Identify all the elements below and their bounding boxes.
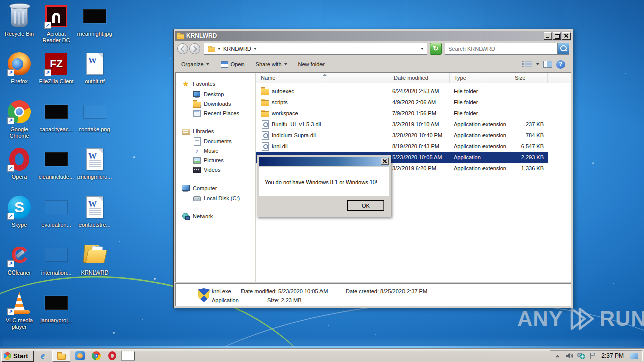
forward-button[interactable] [189,43,200,54]
start-button[interactable]: Start [1,351,33,361]
icon-label: Acrobat Reader DC [37,31,75,44]
file-row-krnl-dll[interactable]: krnl.dll8/19/2020 8:43 PMApplication ext… [256,141,548,152]
taskbar-media-player[interactable] [73,350,87,362]
icon-label: Google Chrome [0,126,38,139]
file-type: Application extension [450,143,510,149]
shortcut-arrow-icon: ↗ [7,69,14,76]
desktop-icon-pricingmicro[interactable]: Wpricingmicro... [75,146,114,180]
nav-group-favorites[interactable]: ★Favorites [176,79,255,89]
desktop-icon-meannight-jpg[interactable]: meannight.jpg [75,3,114,37]
view-dropdown-icon[interactable] [536,63,539,65]
column-header-type[interactable]: Type [450,73,510,83]
media-player-icon [75,351,85,360]
nav-label: Local Disk (C:) [204,195,240,201]
show-desktop-icon[interactable] [630,353,638,359]
search-input[interactable] [445,46,557,52]
nav-group-network[interactable]: Network [176,211,255,221]
desktop-icon-vlc-media-player[interactable]: ↗VLC media player [0,290,38,330]
network-status-icon[interactable] [577,352,585,359]
chevron-down-icon[interactable] [254,48,257,50]
desktop-icon-filezilla-client[interactable]: FZ↗FileZilla Client [37,51,75,85]
desktop-icon-google-chrome[interactable]: ↗Google Chrome [0,99,38,139]
address-history-dropdown-icon[interactable] [421,48,424,50]
desktop-icon-contactstre[interactable]: Wcontactstre... [75,194,114,228]
volume-icon[interactable] [565,352,573,359]
address-bar[interactable]: KRNLWRD [204,43,427,55]
desktop-icon-krnlwrd[interactable]: KRNLWRD [75,242,114,276]
nav-item-downloads[interactable]: ↓Downloads [176,99,255,108]
help-button[interactable] [556,60,565,69]
taskbar-chrome[interactable] [90,350,103,362]
file-type: File folder [450,110,510,116]
close-button[interactable] [562,32,570,39]
nav-item-videos[interactable]: Videos [176,165,255,174]
change-view-button[interactable] [522,61,532,68]
desktop-icon-outhit-rtf[interactable]: Wouthit.rtf [75,51,114,85]
toolbar-organize[interactable]: Organize [181,61,209,67]
toolbar-new-folder[interactable]: New folder [298,61,325,67]
desktop-icon-opera[interactable]: ↗Opera [0,146,38,180]
maximize-button[interactable] [553,32,561,39]
details-date-modified: Date modified: 5/23/2020 10:05 AM [241,288,328,294]
nav-item-desktop[interactable]: Desktop [176,89,255,99]
chrome-icon [92,351,101,360]
desktop-icon-januaryproj[interactable]: januaryproj... [37,290,75,324]
ok-button[interactable]: OK [347,200,384,211]
toolbar-label: Share with [256,61,282,67]
file-row-indicium-supra-dll[interactable]: Indicium-Supra.dll3/28/2020 10:40 PMAppl… [256,130,548,141]
column-header-size[interactable]: Size [510,73,548,83]
nav-group-libraries[interactable]: Libraries [176,126,255,136]
minimize-button[interactable] [544,32,552,39]
nav-item-documents[interactable]: Documents [176,136,255,146]
column-header-filler [548,73,571,83]
column-header-name[interactable]: Name [256,73,389,83]
taskbar-internet-explorer[interactable]: e [36,350,49,362]
desktop-icon-firefox[interactable]: ↗Firefox [0,51,38,85]
file-row-bunifu-ui-v1-5-3-dll[interactable]: Bunifu_UI_v1.5.3.dll3/2/2019 10:10 AMApp… [256,119,548,130]
nav-item-music[interactable]: ♪Music [176,146,255,155]
file-type: Application extension [450,165,510,171]
desktop-icon-internation[interactable]: internation... [37,242,75,276]
nav-label: Favorites [193,81,215,87]
desktop-icon-evaluation[interactable]: evaluation... [37,194,75,228]
shortcut-arrow-icon: ↗ [44,22,51,29]
dialog-titlebar[interactable] [259,157,389,166]
nav-item-pictures[interactable]: Pictures [176,155,255,165]
desktop-icon-cleaninclude[interactable]: cleaninclude... [37,146,75,180]
clock[interactable]: 2:37 PM [599,352,626,359]
window-titlebar[interactable]: KRNLWRD [175,31,571,41]
desktop-icon-acrobat-reader-dc[interactable]: ↗Acrobat Reader DC [37,3,75,44]
nav-item-local-disk-c[interactable]: Local Disk (C:) [176,193,255,203]
details-size: Size: 2.23 MB [267,297,301,303]
desktop-icon-ccleaner[interactable]: C↗CCleaner [0,242,38,276]
nav-item-recent-places[interactable]: Recent Places [176,108,255,118]
toolbar-open[interactable]: Open [220,60,245,68]
refresh-icon[interactable] [430,43,442,55]
desktop-icon-recycle-bin[interactable]: Recycle Bin [0,3,38,37]
file-type: Application [450,154,510,160]
file-row-scripts[interactable]: scripts4/9/2020 2:06 AMFile folder [256,97,548,108]
chevron-down-icon[interactable] [218,48,221,50]
file-row-autoexec[interactable]: autoexec6/24/2020 2:53 AMFile folder [256,85,548,97]
toolbar-share-with[interactable]: Share with [256,61,287,67]
icon-label: VLC media player [0,317,38,330]
nav-group-computer[interactable]: Computer [176,183,255,193]
preview-pane-button[interactable] [543,61,552,68]
column-header-date-modified[interactable]: Date modified [389,73,450,83]
taskbar-opera[interactable] [106,350,119,362]
show-hidden-icons[interactable] [554,353,561,359]
action-center-icon[interactable] [589,352,595,359]
file-name: workspace [272,110,298,116]
desktop-icon-skype[interactable]: S↗Skype [0,194,38,228]
taskbar-open-window[interactable] [122,350,135,362]
taskbar-windows-explorer[interactable] [52,350,70,362]
search-icon[interactable] [557,43,569,54]
window-title: KRNLWRD [186,32,541,39]
file-name: Bunifu_UI_v1.5.3.dll [272,121,321,127]
dialog-close-button[interactable] [381,158,389,165]
desktop-icon-roottake-png[interactable]: roottake.png [75,99,114,133]
desktop-icon-capacityeac[interactable]: capacityeac... [37,99,75,133]
file-row-workspace[interactable]: workspace7/9/2020 1:56 PMFile folder [256,108,548,119]
black-thumb-icon [37,99,75,125]
back-button[interactable] [177,43,188,54]
